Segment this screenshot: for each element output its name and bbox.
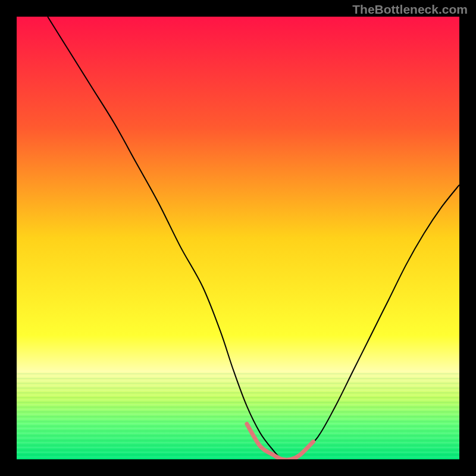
bottleneck-curve <box>48 17 459 459</box>
watermark-text: TheBottleneck.com <box>352 2 468 17</box>
outer-frame: TheBottleneck.com <box>0 0 476 476</box>
chart-svg <box>17 17 459 459</box>
optimal-zone-highlight <box>247 424 314 460</box>
